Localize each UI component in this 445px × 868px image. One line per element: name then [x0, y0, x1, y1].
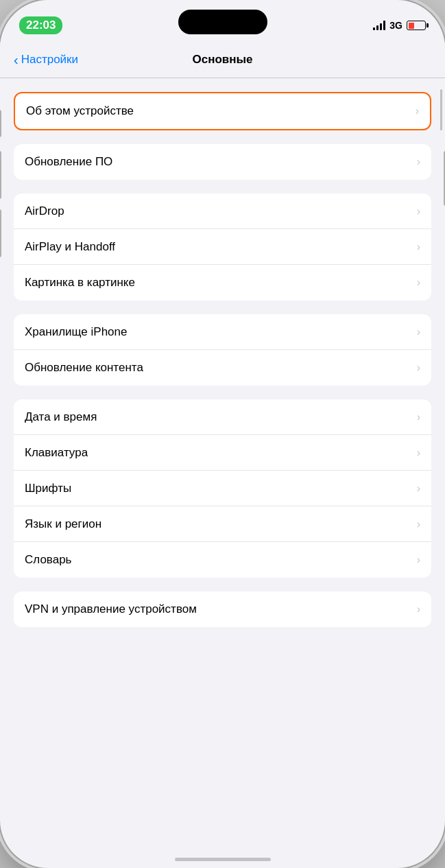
chevron-right-icon: › [417, 447, 420, 459]
row-dictionary-label: Словарь [25, 553, 71, 567]
row-fonts[interactable]: Шрифты › [14, 471, 431, 506]
row-keyboard[interactable]: Клавиатура › [14, 435, 431, 471]
chevron-right-icon: › [417, 241, 420, 253]
row-airplay-label: AirPlay и Handoff [25, 240, 115, 254]
row-datetime-label: Дата и время [25, 410, 97, 424]
nav-back-button[interactable]: ‹ Настройки [14, 53, 78, 67]
settings-group-about: Об этом устройстве › [14, 92, 431, 130]
signal-bar-3 [380, 23, 382, 30]
settings-group-vpn: VPN и управление устройством › [14, 591, 431, 627]
row-keyboard-label: Клавиатура [25, 446, 88, 460]
row-pip[interactable]: Картинка в картинке › [14, 265, 431, 301]
chevron-right-icon: › [417, 156, 420, 168]
chevron-right-icon: › [417, 205, 420, 218]
chevron-right-icon: › [417, 554, 420, 566]
signal-bar-1 [373, 27, 375, 30]
battery-icon [407, 21, 426, 30]
settings-group-datetime: Дата и время › Клавиатура › Шрифты › Язы… [14, 399, 431, 578]
nav-title: Основные [192, 53, 252, 67]
signal-bars [373, 21, 385, 30]
home-indicator[interactable] [175, 858, 271, 861]
row-pip-label: Картинка в картинке [25, 276, 135, 290]
dynamic-island [178, 10, 267, 34]
chevron-right-icon: › [417, 326, 420, 338]
row-airdrop-label: AirDrop [25, 204, 64, 218]
status-time: 22:03 [19, 16, 62, 34]
chevron-right-icon: › [417, 277, 420, 289]
row-language-label: Язык и регион [25, 517, 101, 531]
scroll-area[interactable]: Об этом устройстве › Обновление ПО › Air… [0, 78, 445, 868]
row-storage-label: Хранилище iPhone [25, 325, 127, 339]
battery-container [407, 21, 426, 30]
network-type: 3G [389, 20, 402, 31]
signal-bar-4 [383, 21, 385, 30]
signal-bar-2 [376, 25, 378, 30]
row-software-label: Обновление ПО [25, 155, 112, 169]
phone-frame: 22:03 3G ‹ Настройки Основные [0, 0, 445, 868]
row-airplay[interactable]: AirPlay и Handoff › [14, 229, 431, 265]
row-datetime[interactable]: Дата и время › [14, 399, 431, 435]
row-about-label: Об этом устройстве [26, 104, 134, 118]
settings-group-airdrop: AirDrop › AirPlay и Handoff › Картинка в… [14, 193, 431, 301]
settings-group-storage: Хранилище iPhone › Обновление контента › [14, 314, 431, 386]
row-fonts-label: Шрифты [25, 482, 71, 495]
nav-bar: ‹ Настройки Основные [0, 41, 445, 78]
row-language[interactable]: Язык и регион › [14, 506, 431, 542]
row-software-update[interactable]: Обновление ПО › [14, 144, 431, 180]
row-about[interactable]: Об этом устройстве › [15, 93, 430, 129]
chevron-right-icon: › [417, 411, 420, 423]
chevron-right-icon: › [417, 518, 420, 530]
row-iphone-storage[interactable]: Хранилище iPhone › [14, 314, 431, 350]
status-icons: 3G [373, 20, 426, 31]
chevron-right-icon: › [416, 105, 419, 117]
chevron-right-icon: › [417, 482, 420, 495]
chevron-left-icon: ‹ [14, 53, 19, 67]
row-refresh-label: Обновление контента [25, 361, 143, 375]
row-airdrop[interactable]: AirDrop › [14, 193, 431, 229]
row-dictionary[interactable]: Словарь › [14, 542, 431, 578]
settings-group-software: Обновление ПО › [14, 144, 431, 180]
chevron-right-icon: › [417, 603, 420, 615]
row-vpn[interactable]: VPN и управление устройством › [14, 591, 431, 627]
row-bg-refresh[interactable]: Обновление контента › [14, 350, 431, 386]
row-vpn-label: VPN и управление устройством [25, 602, 197, 616]
chevron-right-icon: › [417, 362, 420, 374]
battery-fill [409, 23, 414, 29]
nav-back-label: Настройки [21, 53, 78, 67]
